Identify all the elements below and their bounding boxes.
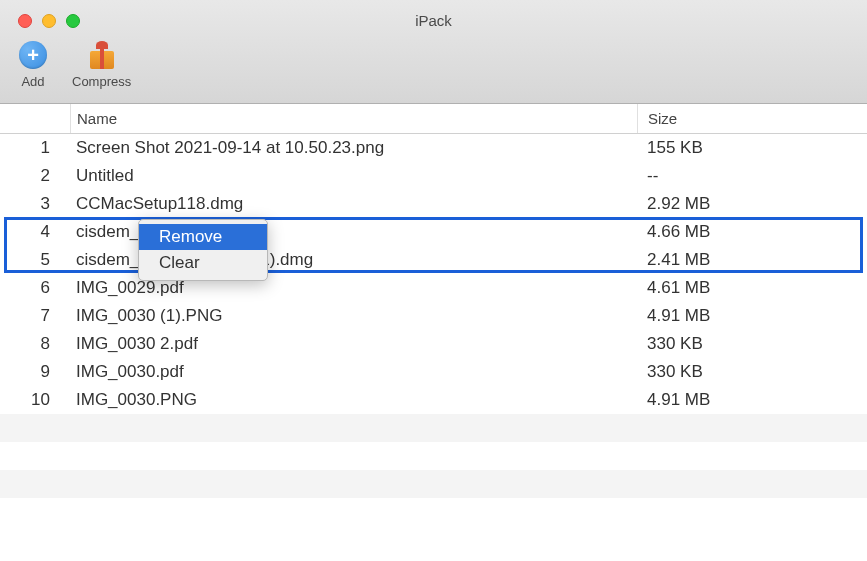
- table-row[interactable]: 3CCMacSetup118.dmg2.92 MB: [0, 190, 867, 218]
- table-row[interactable]: 9IMG_0030.pdf330 KB: [0, 358, 867, 386]
- row-size: 330 KB: [637, 330, 867, 358]
- titlebar: iPack + Add Compress: [0, 0, 867, 104]
- table-body: 1Screen Shot 2021-09-14 at 10.50.23.png1…: [0, 134, 867, 498]
- row-index: 4: [0, 222, 70, 242]
- row-name: IMG_0030.pdf: [70, 358, 637, 386]
- gift-icon: [87, 40, 117, 70]
- row-size: 155 KB: [637, 134, 867, 162]
- context-menu: RemoveClear: [138, 219, 268, 281]
- compress-label: Compress: [72, 74, 131, 89]
- table-row[interactable]: 10IMG_0030.PNG4.91 MB: [0, 386, 867, 414]
- table-row[interactable]: 1Screen Shot 2021-09-14 at 10.50.23.png1…: [0, 134, 867, 162]
- toolbar: + Add Compress: [18, 40, 131, 89]
- add-label: Add: [21, 74, 44, 89]
- row-name: IMG_0030 (1).PNG: [70, 302, 637, 330]
- context-menu-item[interactable]: Remove: [139, 224, 267, 250]
- window-title: iPack: [0, 12, 867, 29]
- row-size: 4.61 MB: [637, 274, 867, 302]
- row-size: 330 KB: [637, 358, 867, 386]
- row-index: 10: [0, 390, 70, 410]
- table-row[interactable]: 6IMG_0029.pdf4.61 MB: [0, 274, 867, 302]
- row-size: 4.66 MB: [637, 218, 867, 246]
- column-name[interactable]: Name: [70, 104, 637, 133]
- row-name: IMG_0030 2.pdf: [70, 330, 637, 358]
- row-index: 6: [0, 278, 70, 298]
- table-row[interactable]: 5cisdem_duplicatefinder (1).dmg2.41 MB: [0, 246, 867, 274]
- add-icon: +: [18, 40, 48, 70]
- table-row[interactable]: 8IMG_0030 2.pdf330 KB: [0, 330, 867, 358]
- row-name: Screen Shot 2021-09-14 at 10.50.23.png: [70, 134, 637, 162]
- row-size: 2.41 MB: [637, 246, 867, 274]
- row-index: 1: [0, 138, 70, 158]
- context-menu-item[interactable]: Clear: [139, 250, 267, 276]
- empty-row: [0, 470, 867, 498]
- row-index: 8: [0, 334, 70, 354]
- row-size: --: [637, 162, 867, 190]
- row-size: 2.92 MB: [637, 190, 867, 218]
- row-index: 3: [0, 194, 70, 214]
- compress-button[interactable]: Compress: [72, 40, 131, 89]
- row-index: 2: [0, 166, 70, 186]
- row-name: IMG_0030.PNG: [70, 386, 637, 414]
- row-index: 9: [0, 362, 70, 382]
- table-row[interactable]: 7IMG_0030 (1).PNG4.91 MB: [0, 302, 867, 330]
- row-name: CCMacSetup118.dmg: [70, 190, 637, 218]
- table-header: Name Size: [0, 104, 867, 134]
- row-size: 4.91 MB: [637, 302, 867, 330]
- table-row[interactable]: 2Untitled--: [0, 162, 867, 190]
- empty-row: [0, 442, 867, 470]
- add-button[interactable]: + Add: [18, 40, 48, 89]
- empty-row: [0, 414, 867, 442]
- row-index: 5: [0, 250, 70, 270]
- column-size[interactable]: Size: [637, 104, 867, 133]
- row-size: 4.91 MB: [637, 386, 867, 414]
- row-index: 7: [0, 306, 70, 326]
- row-name: Untitled: [70, 162, 637, 190]
- table-row[interactable]: 4cisdem_appcrypt.dmg4.66 MB: [0, 218, 867, 246]
